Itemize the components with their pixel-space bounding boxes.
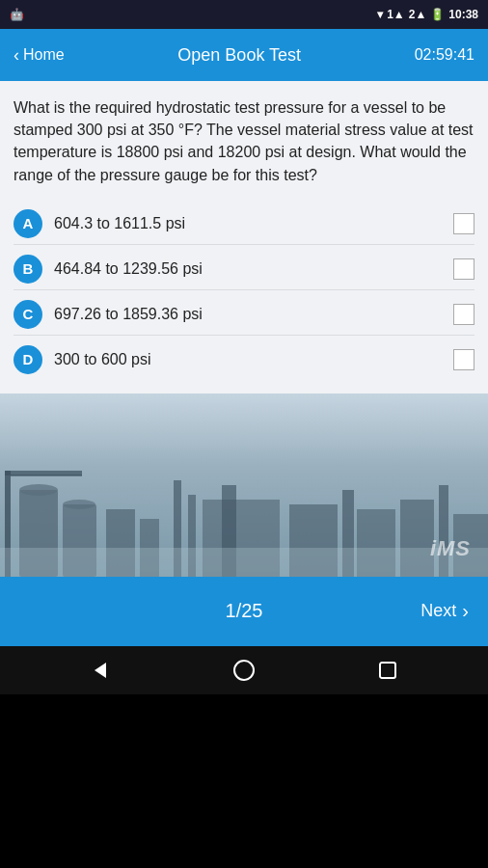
choice-left-b: B 464.84 to 1239.56 psi bbox=[14, 255, 453, 284]
choice-left-d: D 300 to 600 psi bbox=[14, 345, 453, 374]
nav-bar bbox=[0, 646, 488, 694]
timer-display: 02:59:41 bbox=[415, 46, 474, 64]
choice-left-a: A 604.3 to 1611.5 psi bbox=[14, 209, 453, 238]
industrial-silhouette bbox=[0, 451, 488, 577]
choice-row-a[interactable]: A 604.3 to 1611.5 psi bbox=[14, 203, 474, 245]
back-button[interactable] bbox=[83, 653, 118, 688]
next-label[interactable]: Next bbox=[420, 601, 456, 621]
svg-marker-20 bbox=[95, 663, 106, 678]
svg-point-3 bbox=[63, 500, 95, 509]
choice-text-b: 464.84 to 1239.56 psi bbox=[54, 260, 203, 278]
page-title: Open Book Test bbox=[177, 45, 301, 66]
signal-2: 2▲ bbox=[409, 8, 427, 21]
battery-icon: 🔋 bbox=[430, 8, 445, 21]
choice-checkbox-c[interactable] bbox=[453, 304, 474, 325]
question-text: What is the required hydrostatic test pr… bbox=[14, 96, 474, 186]
svg-rect-22 bbox=[380, 663, 395, 678]
wifi-icon: ▾ bbox=[377, 8, 383, 21]
choice-row-b[interactable]: B 464.84 to 1239.56 psi bbox=[14, 249, 474, 290]
choice-left-c: C 697.26 to 1859.36 psi bbox=[14, 300, 453, 329]
choice-checkbox-d[interactable] bbox=[453, 349, 474, 370]
choice-checkbox-a[interactable] bbox=[453, 213, 474, 234]
square-icon bbox=[378, 661, 397, 680]
choice-text-d: 300 to 600 psi bbox=[54, 351, 151, 368]
status-bar: 🤖 ▾ 1▲ 2▲ 🔋 10:38 bbox=[0, 0, 488, 29]
choice-letter-d: D bbox=[14, 345, 42, 374]
next-button[interactable]: Next › bbox=[392, 600, 469, 622]
android-icon: 🤖 bbox=[10, 8, 24, 21]
home-circle-button[interactable] bbox=[227, 653, 261, 688]
home-button[interactable]: ‹ Home bbox=[14, 45, 65, 66]
app-header: ‹ Home Open Book Test 02:59:41 bbox=[0, 29, 488, 81]
home-circle-icon bbox=[233, 660, 255, 681]
choice-letter-a: A bbox=[14, 209, 42, 238]
choice-row-d[interactable]: D 300 to 600 psi bbox=[14, 339, 474, 380]
choice-letter-b: B bbox=[14, 255, 42, 284]
next-chevron-icon: › bbox=[462, 600, 469, 622]
ims-watermark: iMS bbox=[430, 536, 471, 561]
back-triangle-icon bbox=[91, 661, 110, 680]
svg-point-21 bbox=[234, 661, 254, 680]
signal-1: 1▲ bbox=[387, 8, 405, 21]
back-chevron-icon: ‹ bbox=[14, 45, 19, 66]
choice-row-c[interactable]: C 697.26 to 1859.36 psi bbox=[14, 294, 474, 336]
choice-text-c: 697.26 to 1859.36 psi bbox=[54, 306, 203, 323]
choice-checkbox-b[interactable] bbox=[453, 258, 474, 280]
bg-gradient: iMS bbox=[0, 393, 488, 577]
square-button[interactable] bbox=[370, 653, 405, 688]
footer: 1/25 Next › bbox=[0, 577, 488, 646]
question-area: What is the required hydrostatic test pr… bbox=[0, 81, 488, 198]
page-indicator: 1/25 bbox=[96, 600, 392, 622]
choices-area: A 604.3 to 1611.5 psi B 464.84 to 1239.5… bbox=[0, 198, 488, 393]
status-right: ▾ 1▲ 2▲ 🔋 10:38 bbox=[377, 8, 478, 21]
time-display: 10:38 bbox=[448, 8, 478, 21]
choice-text-a: 604.3 to 1611.5 psi bbox=[54, 215, 185, 232]
status-left: 🤖 bbox=[10, 8, 24, 21]
home-label[interactable]: Home bbox=[23, 46, 65, 64]
svg-rect-19 bbox=[0, 548, 488, 577]
background-image-area: iMS bbox=[0, 393, 488, 577]
choice-letter-c: C bbox=[14, 300, 42, 329]
svg-point-2 bbox=[19, 484, 58, 496]
